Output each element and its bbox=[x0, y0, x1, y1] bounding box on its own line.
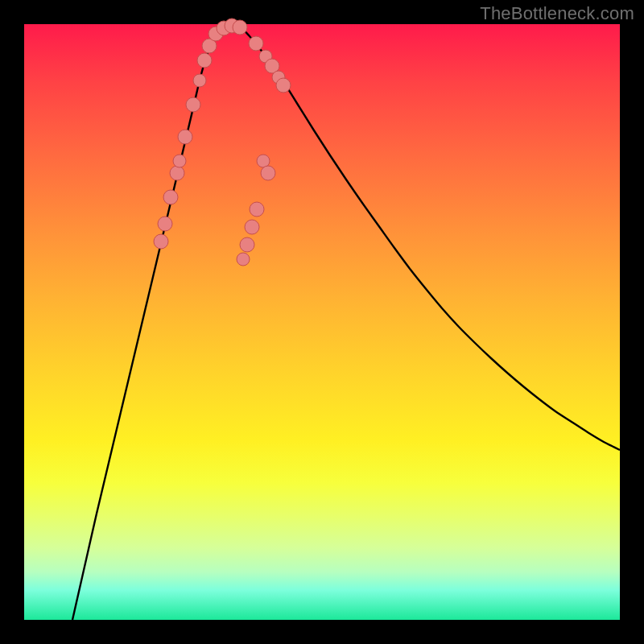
highlight-dots bbox=[154, 19, 291, 266]
curve-svg bbox=[24, 24, 620, 620]
dot bbox=[233, 20, 247, 35]
dot bbox=[158, 217, 172, 231]
dot bbox=[245, 220, 259, 234]
dot bbox=[154, 234, 168, 249]
dot bbox=[170, 166, 184, 180]
dot bbox=[249, 36, 263, 51]
dot bbox=[237, 253, 250, 266]
watermark-text: TheBottleneck.com bbox=[480, 3, 634, 24]
dot bbox=[197, 53, 212, 68]
dot bbox=[163, 190, 178, 204]
dot bbox=[276, 78, 291, 93]
bottleneck-curve bbox=[72, 25, 620, 620]
dot bbox=[250, 202, 264, 217]
dot bbox=[186, 97, 200, 112]
chart-frame: TheBottleneck.com bbox=[0, 0, 644, 644]
dot bbox=[173, 155, 186, 167]
dot bbox=[178, 130, 192, 144]
plot-area bbox=[24, 24, 620, 620]
dot bbox=[240, 237, 254, 252]
dot bbox=[193, 74, 206, 87]
dot bbox=[261, 166, 275, 180]
